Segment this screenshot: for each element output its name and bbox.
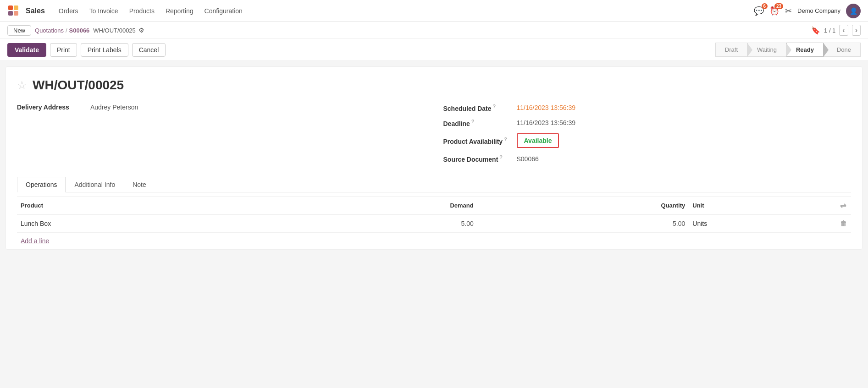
breadcrumb-current[interactable]: S00066 — [69, 27, 90, 34]
source-document-help-icon[interactable]: ? — [499, 154, 503, 160]
col-quantity-header: Quantity — [477, 197, 689, 215]
product-availability-label: Product Availability? — [443, 137, 517, 145]
settings-gear-icon[interactable]: ⚙ — [138, 27, 144, 34]
notifications-badge: 6 — [762, 3, 768, 9]
prev-page-button[interactable]: ‹ — [839, 25, 848, 36]
breadcrumb: Quotations / S00066 — [35, 27, 89, 34]
activities-button[interactable]: ⏰ 23 — [769, 6, 780, 16]
delete-row-icon[interactable]: 🗑 — [840, 219, 847, 227]
settings-icon[interactable]: ✂ — [785, 6, 792, 16]
top-navigation: Sales Orders To Invoice Products Reporti… — [0, 0, 868, 22]
breadcrumb-quotations[interactable]: Quotations — [35, 27, 64, 34]
print-labels-button[interactable]: Print Labels — [81, 43, 128, 57]
scheduled-date-value[interactable]: 11/16/2023 13:56:39 — [517, 104, 575, 111]
product-availability-help-icon[interactable]: ? — [504, 137, 507, 142]
operations-table-section: Product Demand Quantity Unit ⇌ Lunch Box… — [17, 196, 851, 249]
cancel-button[interactable]: Cancel — [132, 43, 166, 57]
svg-rect-3 — [14, 11, 18, 16]
col-demand-header: Demand — [270, 197, 477, 215]
app-name[interactable]: Sales — [26, 7, 45, 15]
source-document-field: Source Document? S00066 — [443, 154, 851, 163]
action-bar: Validate Print Print Labels Cancel Draft… — [0, 39, 868, 61]
activities-badge: 23 — [774, 3, 783, 9]
table-row: Lunch Box 5.00 5.00 Units 🗑 — [17, 214, 851, 232]
product-availability-box: Available — [517, 133, 559, 148]
scheduled-date-help-icon[interactable]: ? — [493, 104, 496, 109]
notifications-button[interactable]: 💬 6 — [754, 6, 764, 16]
favorite-star-icon[interactable]: ☆ — [17, 79, 27, 92]
company-name: Demo Company — [797, 7, 840, 14]
source-document-label: Source Document? — [443, 154, 517, 163]
add-line-button[interactable]: Add a line — [17, 233, 53, 249]
delivery-address-value[interactable]: Audrey Peterson — [90, 104, 138, 111]
product-availability-value: Available — [524, 137, 552, 144]
status-draft[interactable]: Draft — [715, 43, 747, 57]
nav-configuration[interactable]: Configuration — [200, 5, 247, 17]
new-button[interactable]: New — [7, 25, 31, 36]
user-avatar[interactable]: 👤 — [846, 4, 861, 18]
tabs-bar: Operations Additional Info Note — [17, 177, 851, 192]
main-content: ☆ WH/OUT/00025 Delivery Address Audrey P… — [6, 66, 862, 250]
pagination: 🔖 1 / 1 ‹ › — [811, 25, 861, 36]
nav-reporting[interactable]: Reporting — [161, 5, 198, 17]
breadcrumb-sub: WH/OUT/00025 ⚙ — [93, 27, 144, 34]
svg-rect-2 — [8, 11, 13, 16]
column-settings-icon[interactable]: ⇌ — [840, 202, 846, 209]
col-unit-header: Unit — [689, 197, 836, 215]
product-availability-field: Product Availability? Available — [443, 133, 851, 148]
scheduled-date-field: Scheduled Date? 11/16/2023 13:56:39 — [443, 104, 851, 112]
delivery-address-label: Delivery Address — [17, 104, 90, 111]
scheduled-date-label: Scheduled Date? — [443, 104, 517, 112]
print-button[interactable]: Print — [50, 43, 77, 57]
svg-rect-0 — [8, 5, 13, 10]
tab-note[interactable]: Note — [124, 177, 155, 192]
cell-demand: 5.00 — [270, 214, 477, 232]
bookmark-icon[interactable]: 🔖 — [811, 26, 820, 35]
nav-orders[interactable]: Orders — [54, 5, 83, 17]
cell-delete[interactable]: 🗑 — [836, 214, 851, 232]
status-waiting[interactable]: Waiting — [747, 43, 786, 57]
form-left: Delivery Address Audrey Peterson — [17, 104, 425, 169]
nav-products[interactable]: Products — [125, 5, 159, 17]
status-ready[interactable]: Ready — [786, 43, 824, 57]
app-logo[interactable] — [7, 5, 20, 17]
deadline-help-icon[interactable]: ? — [471, 119, 475, 124]
validate-button[interactable]: Validate — [7, 43, 46, 57]
status-done[interactable]: Done — [824, 43, 861, 57]
deadline-field: Deadline? 11/16/2023 13:56:39 — [443, 119, 851, 127]
form-right: Scheduled Date? 11/16/2023 13:56:39 Dead… — [443, 104, 851, 169]
record-header: ☆ WH/OUT/00025 — [17, 78, 851, 93]
cell-unit: Units — [689, 214, 836, 232]
nav-right-actions: 💬 6 ⏰ 23 ✂ Demo Company 👤 — [754, 4, 861, 18]
status-bar: Draft Waiting Ready Done — [715, 43, 861, 57]
pagination-info: 1 / 1 — [824, 27, 835, 34]
col-product-header: Product — [17, 197, 270, 215]
tab-operations[interactable]: Operations — [17, 177, 66, 192]
nav-to-invoice[interactable]: To Invoice — [85, 5, 123, 17]
form-fields: Delivery Address Audrey Peterson Schedul… — [17, 104, 851, 169]
delivery-address-field: Delivery Address Audrey Peterson — [17, 104, 425, 111]
cell-quantity: 5.00 — [477, 214, 689, 232]
operations-table: Product Demand Quantity Unit ⇌ Lunch Box… — [17, 197, 851, 233]
deadline-label: Deadline? — [443, 119, 517, 127]
svg-rect-1 — [14, 5, 18, 10]
tab-additional-info[interactable]: Additional Info — [66, 177, 124, 192]
deadline-value[interactable]: 11/16/2023 13:56:39 — [517, 119, 575, 126]
breadcrumb-bar: New Quotations / S00066 WH/OUT/00025 ⚙ 🔖… — [0, 22, 868, 39]
cell-product: Lunch Box — [17, 214, 270, 232]
sub-reference: WH/OUT/00025 — [93, 27, 135, 34]
record-title: WH/OUT/00025 — [33, 78, 124, 93]
next-page-button[interactable]: › — [852, 25, 861, 36]
source-document-value[interactable]: S00066 — [517, 155, 539, 163]
